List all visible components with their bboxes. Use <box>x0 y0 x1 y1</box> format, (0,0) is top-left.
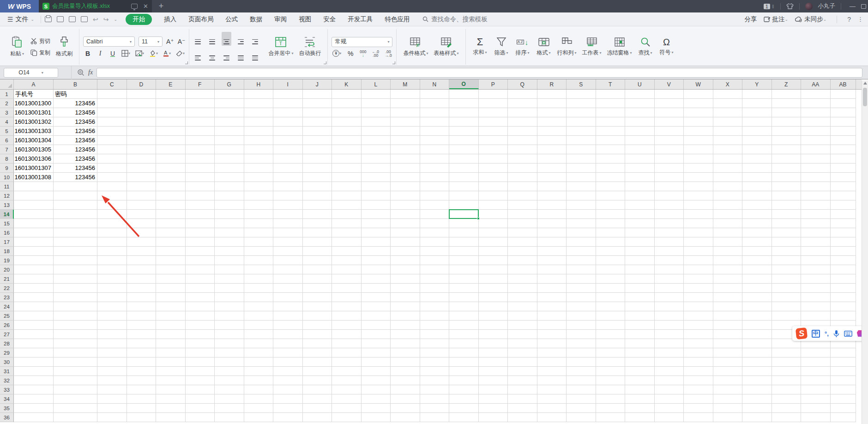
cell-E18[interactable] <box>156 247 186 256</box>
cell-K17[interactable] <box>332 237 362 247</box>
cell-J6[interactable] <box>303 136 332 145</box>
row-header-12[interactable]: 12 <box>0 191 14 200</box>
cell-X33[interactable] <box>713 385 743 394</box>
cell-O10[interactable] <box>449 173 479 182</box>
cell-F3[interactable] <box>186 108 215 117</box>
cell-AB12[interactable] <box>831 191 856 200</box>
cell-X4[interactable] <box>713 117 743 127</box>
cell-W18[interactable] <box>684 247 713 256</box>
cell-J27[interactable] <box>303 330 332 339</box>
cell-Z7[interactable] <box>772 145 802 154</box>
cell-S27[interactable] <box>567 330 596 339</box>
cell-Z19[interactable] <box>772 256 802 265</box>
cell-G13[interactable] <box>215 200 244 210</box>
cell-AA17[interactable] <box>801 237 831 247</box>
cell-G18[interactable] <box>215 247 244 256</box>
new-tab-button[interactable]: + <box>152 0 170 12</box>
cell-Q10[interactable] <box>508 173 537 182</box>
cell-B8[interactable]: 123456 <box>54 154 97 164</box>
column-header-U[interactable]: U <box>625 79 655 89</box>
cell-M10[interactable] <box>391 173 420 182</box>
cell-O16[interactable] <box>449 228 479 237</box>
cell-X36[interactable] <box>713 413 743 422</box>
align-center-button[interactable] <box>207 48 217 62</box>
cell-A4[interactable]: 16013001302 <box>14 117 54 127</box>
cell-B24[interactable] <box>54 302 97 311</box>
cell-V32[interactable] <box>655 376 684 385</box>
cell-W12[interactable] <box>684 191 713 200</box>
cell-AB10[interactable] <box>831 173 856 182</box>
cell-AA23[interactable] <box>801 293 831 302</box>
cell-AA25[interactable] <box>801 311 831 321</box>
decrease-decimal-button[interactable]: ←.0.00 <box>372 50 379 57</box>
cell-N23[interactable] <box>420 293 450 302</box>
cell-O14[interactable] <box>449 210 479 219</box>
cell-AB19[interactable] <box>831 256 856 265</box>
cell-B25[interactable] <box>54 311 97 321</box>
cell-P32[interactable] <box>479 376 508 385</box>
cell-M4[interactable] <box>391 117 420 127</box>
cell-AB34[interactable] <box>831 394 856 404</box>
underline-button[interactable]: U <box>109 50 116 57</box>
cell-N12[interactable] <box>420 191 450 200</box>
cell-I27[interactable] <box>273 330 303 339</box>
cell-R32[interactable] <box>537 376 567 385</box>
skin-theme-icon[interactable] <box>786 3 794 9</box>
row-header-4[interactable]: 4 <box>0 117 14 127</box>
thousands-separator-button[interactable]: 000↓ <box>360 50 366 57</box>
cell-L19[interactable] <box>362 256 391 265</box>
cell-P13[interactable] <box>479 200 508 210</box>
cell-B22[interactable] <box>54 284 97 293</box>
cell-L27[interactable] <box>362 330 391 339</box>
menu-tab-开发工具[interactable]: 开发工具 <box>348 15 373 24</box>
increase-decimal-button[interactable]: .00→.0 <box>385 50 392 57</box>
cell-E16[interactable] <box>156 228 186 237</box>
cell-X19[interactable] <box>713 256 743 265</box>
row-header-33[interactable]: 33 <box>0 385 14 394</box>
insert-function-search-icon[interactable] <box>77 69 84 76</box>
cell-J17[interactable] <box>303 237 332 247</box>
cell-G11[interactable] <box>215 182 244 191</box>
sogou-logo-icon[interactable]: S <box>796 327 808 339</box>
cell-V34[interactable] <box>655 394 684 404</box>
cell-U30[interactable] <box>625 357 655 367</box>
cell-N11[interactable] <box>420 182 450 191</box>
menu-tab-页面布局[interactable]: 页面布局 <box>188 15 213 24</box>
cell-M23[interactable] <box>391 293 420 302</box>
cell-D25[interactable] <box>127 311 157 321</box>
cell-P18[interactable] <box>479 247 508 256</box>
cell-U16[interactable] <box>625 228 655 237</box>
cell-Y8[interactable] <box>742 154 772 164</box>
cell-H35[interactable] <box>244 404 274 413</box>
cell-K31[interactable] <box>332 367 362 376</box>
cell-R27[interactable] <box>537 330 567 339</box>
cell-C19[interactable] <box>97 256 127 265</box>
cell-D26[interactable] <box>127 321 157 330</box>
distribute-button[interactable] <box>250 48 260 62</box>
cell-Q14[interactable] <box>508 210 537 219</box>
cell-V25[interactable] <box>655 311 684 321</box>
column-header-Y[interactable]: Y <box>742 79 772 89</box>
cell-V24[interactable] <box>655 302 684 311</box>
cell-I17[interactable] <box>273 237 303 247</box>
row-header-19[interactable]: 19 <box>0 256 14 265</box>
cell-X27[interactable] <box>713 330 743 339</box>
row-header-27[interactable]: 27 <box>0 330 14 339</box>
cell-L28[interactable] <box>362 339 391 348</box>
cell-N20[interactable] <box>420 265 450 274</box>
cell-W28[interactable] <box>684 339 713 348</box>
cell-U14[interactable] <box>625 210 655 219</box>
cell-J15[interactable] <box>303 219 332 228</box>
cell-N19[interactable] <box>420 256 450 265</box>
cell-Q30[interactable] <box>508 357 537 367</box>
cell-T27[interactable] <box>596 330 626 339</box>
cell-Y12[interactable] <box>742 191 772 200</box>
cell-G23[interactable] <box>215 293 244 302</box>
cell-M18[interactable] <box>391 247 420 256</box>
cell-AB13[interactable] <box>831 200 856 210</box>
cell-J8[interactable] <box>303 154 332 164</box>
fill-color-button[interactable]: ▾ <box>149 50 158 57</box>
cell-O29[interactable] <box>449 348 479 357</box>
cell-F28[interactable] <box>186 339 215 348</box>
select-all-corner[interactable] <box>0 79 14 89</box>
